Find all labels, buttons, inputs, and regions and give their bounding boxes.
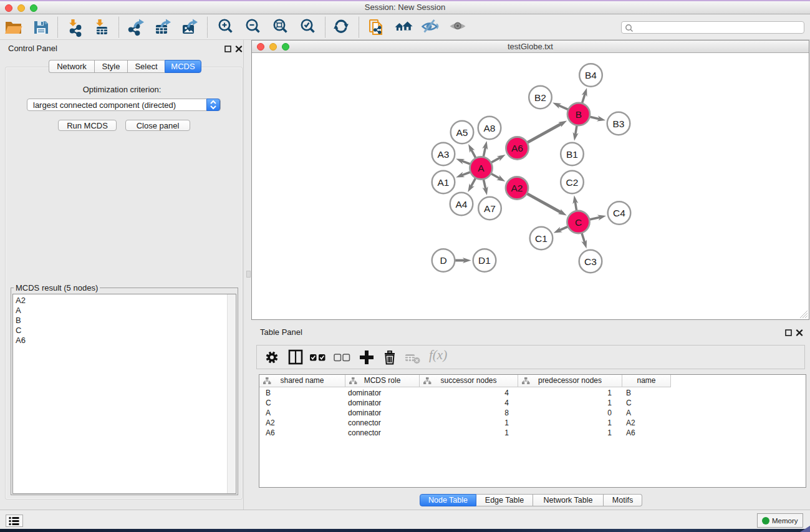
svg-text:B1: B1: [566, 149, 578, 160]
svg-text:B: B: [576, 109, 582, 120]
svg-text:A5: A5: [456, 127, 468, 138]
svg-text:A3: A3: [438, 149, 450, 160]
svg-text:A7: A7: [484, 203, 496, 214]
svg-text:A6: A6: [511, 143, 523, 153]
svg-text:A4: A4: [456, 199, 468, 210]
svg-text:B4: B4: [585, 70, 597, 80]
svg-text:C1: C1: [535, 233, 547, 244]
svg-text:B3: B3: [613, 118, 625, 129]
svg-text:D1: D1: [478, 255, 491, 266]
svg-text:A2: A2: [511, 183, 523, 193]
svg-text:C2: C2: [566, 177, 579, 188]
svg-text:C3: C3: [584, 256, 597, 267]
svg-text:A1: A1: [438, 177, 450, 188]
svg-text:B2: B2: [534, 92, 546, 103]
svg-text:A: A: [478, 163, 485, 173]
svg-text:A8: A8: [484, 123, 496, 133]
svg-text:D: D: [440, 255, 446, 266]
svg-text:C4: C4: [613, 208, 625, 218]
svg-text:C: C: [575, 217, 582, 228]
